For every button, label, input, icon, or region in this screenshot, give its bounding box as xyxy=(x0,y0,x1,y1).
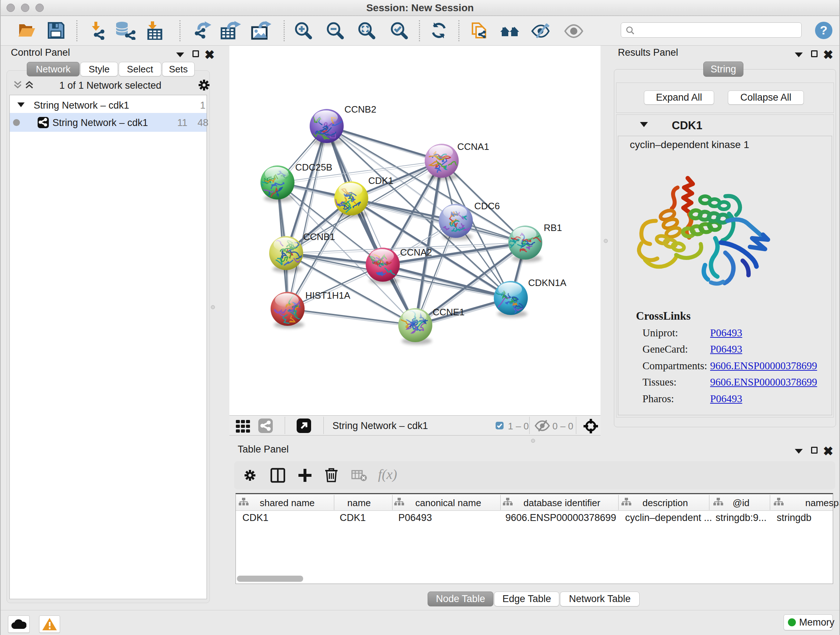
svg-text:CCNE1: CCNE1 xyxy=(433,307,464,318)
svg-text:CCNB2: CCNB2 xyxy=(344,104,376,115)
svg-text:?: ? xyxy=(820,23,828,37)
svg-text:HIST1H1A: HIST1H1A xyxy=(305,290,351,301)
svg-text:CCNB1: CCNB1 xyxy=(303,231,335,242)
svg-text:CDC25B: CDC25B xyxy=(295,162,332,173)
svg-text:CCNA1: CCNA1 xyxy=(457,141,489,152)
svg-text:CCNA2: CCNA2 xyxy=(400,247,432,258)
svg-text:RB1: RB1 xyxy=(544,222,562,233)
svg-text:CDK1: CDK1 xyxy=(368,175,393,186)
svg-text:CDC6: CDC6 xyxy=(474,201,500,211)
svg-text:CDKN1A: CDKN1A xyxy=(528,277,567,288)
